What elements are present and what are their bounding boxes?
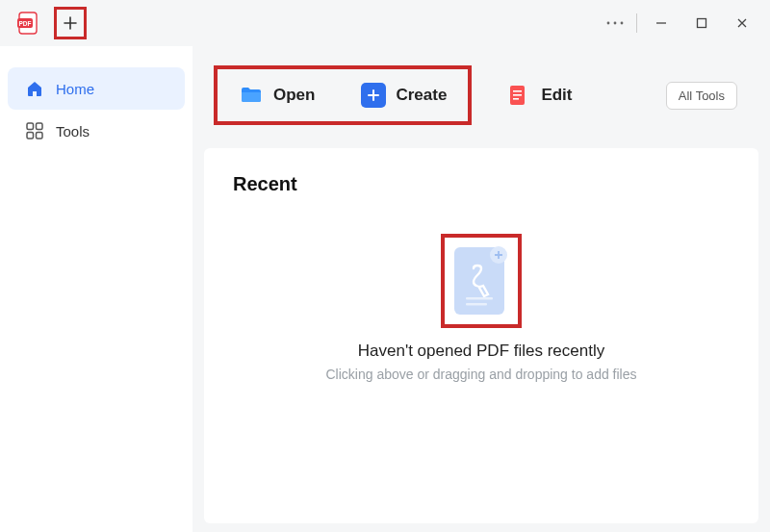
sidebar: Home Tools <box>0 46 192 532</box>
more-menu-button[interactable] <box>598 4 632 42</box>
close-button[interactable] <box>722 4 762 42</box>
add-pdf-icon[interactable] <box>450 243 512 318</box>
svg-rect-10 <box>37 133 43 139</box>
create-button[interactable]: Create <box>353 77 454 114</box>
home-icon <box>25 79 44 98</box>
pdf-app-icon: PDF <box>16 11 41 36</box>
edit-button[interactable]: Edit <box>499 77 579 114</box>
empty-state-subtitle: Clicking above or dragging and dropping … <box>326 367 637 382</box>
svg-text:PDF: PDF <box>19 20 32 27</box>
minimize-icon <box>655 17 667 29</box>
svg-point-3 <box>607 22 610 25</box>
svg-rect-14 <box>513 98 519 100</box>
svg-rect-6 <box>698 19 706 28</box>
plus-icon <box>63 15 78 31</box>
sidebar-item-home[interactable]: Home <box>8 67 185 110</box>
svg-rect-13 <box>513 94 522 96</box>
edit-label: Edit <box>541 86 572 105</box>
empty-icon-highlight <box>441 234 522 328</box>
svg-point-5 <box>621 22 624 25</box>
svg-rect-17 <box>466 297 493 300</box>
svg-rect-7 <box>27 123 34 130</box>
folder-icon <box>239 83 264 108</box>
divider <box>636 13 637 33</box>
create-label: Create <box>396 86 447 105</box>
app-logo: PDF <box>15 10 42 37</box>
highlighted-tool-group: Open Create <box>214 65 472 125</box>
maximize-button[interactable] <box>681 4 722 42</box>
create-plus-icon <box>361 83 386 108</box>
open-button[interactable]: Open <box>231 77 322 114</box>
recent-heading: Recent <box>233 173 730 195</box>
close-icon <box>736 17 748 29</box>
recent-card: Recent Haven't opened PDF fil <box>204 148 758 523</box>
svg-rect-18 <box>466 303 487 306</box>
svg-rect-9 <box>27 133 34 139</box>
ellipsis-icon <box>606 21 624 25</box>
maximize-icon <box>696 17 707 29</box>
open-label: Open <box>273 86 315 105</box>
sidebar-item-label: Home <box>56 81 94 97</box>
window-controls <box>641 4 762 42</box>
new-tab-button[interactable] <box>54 7 87 39</box>
sidebar-item-label: Tools <box>56 123 90 139</box>
toolbar: Open Create <box>192 46 758 125</box>
main-area: Open Create <box>192 46 770 532</box>
minimize-button[interactable] <box>641 4 681 42</box>
svg-point-4 <box>614 22 617 25</box>
sidebar-item-tools[interactable]: Tools <box>8 110 185 152</box>
empty-state: Haven't opened PDF files recently Clicki… <box>233 234 730 382</box>
empty-state-title: Haven't opened PDF files recently <box>358 342 605 361</box>
svg-rect-12 <box>513 90 522 92</box>
svg-rect-8 <box>37 123 43 130</box>
titlebar: PDF <box>0 0 770 46</box>
edit-icon <box>506 83 531 108</box>
all-tools-button[interactable]: All Tools <box>666 82 737 110</box>
tools-icon <box>25 121 44 140</box>
